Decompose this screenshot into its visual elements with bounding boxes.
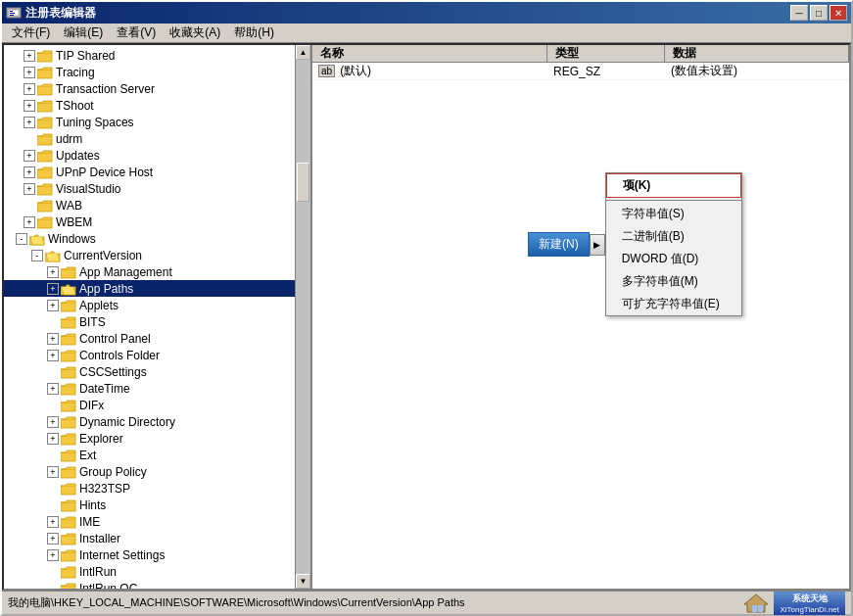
folder-icon bbox=[61, 582, 76, 590]
tree-item-difx[interactable]: DIFx bbox=[4, 397, 310, 413]
tree-item-applets[interactable]: + Applets bbox=[4, 297, 310, 313]
submenu-item-dword[interactable]: DWORD 值(D) bbox=[606, 248, 741, 270]
tree-item-currentversion[interactable]: - CurrentVersion bbox=[4, 247, 310, 263]
svg-rect-7 bbox=[37, 86, 52, 95]
title-bar-buttons: ─ □ ✕ bbox=[790, 5, 847, 21]
scroll-thumb[interactable] bbox=[297, 163, 309, 202]
tree-item-tip-shared[interactable]: + TIP Shared bbox=[4, 47, 310, 64]
expand-icon: + bbox=[24, 166, 35, 178]
expand-icon: + bbox=[47, 466, 59, 478]
svg-rect-15 bbox=[37, 219, 52, 228]
tree-item-label: Group Policy bbox=[79, 465, 147, 479]
tree-item-visualstudio[interactable]: + VisualStudio bbox=[4, 180, 310, 197]
tree-item-label: Tuning Spaces bbox=[56, 116, 134, 129]
maximize-button[interactable]: □ bbox=[810, 5, 828, 21]
folder-icon bbox=[61, 565, 76, 579]
folder-icon bbox=[37, 182, 53, 196]
tree-item-installer[interactable]: + Installer bbox=[4, 530, 310, 546]
tree-item-control-panel[interactable]: + Control Panel bbox=[4, 330, 310, 347]
svg-rect-6 bbox=[37, 70, 52, 78]
expand-icon: + bbox=[47, 350, 59, 361]
tree-item-udrm[interactable]: udrm bbox=[4, 130, 310, 147]
tree-item-label: CSCSettings bbox=[79, 365, 147, 379]
new-button[interactable]: 新建(N) bbox=[528, 232, 590, 257]
folder-icon bbox=[61, 498, 76, 512]
svg-rect-34 bbox=[61, 536, 75, 545]
tree-item-controls-folder[interactable]: + Controls Folder bbox=[4, 347, 310, 363]
tree-item-app-paths[interactable]: + App Paths bbox=[4, 280, 310, 297]
folder-icon bbox=[61, 332, 76, 346]
status-bar: 我的电脑\HKEY_LOCAL_MACHINE\SOFTWARE\Microso… bbox=[2, 591, 851, 614]
folder-icon bbox=[37, 66, 53, 79]
tree-item-label: Control Panel bbox=[79, 332, 151, 346]
tree-item-app-management[interactable]: + App Management bbox=[4, 263, 310, 280]
folder-icon bbox=[61, 382, 76, 396]
tree-item-label: Controls Folder bbox=[79, 349, 160, 362]
svg-rect-40 bbox=[758, 605, 763, 612]
menu-favorites[interactable]: 收藏夹(A) bbox=[164, 23, 226, 43]
scroll-down-button[interactable]: ▼ bbox=[296, 574, 310, 589]
col-type-header: 类型 bbox=[547, 45, 665, 62]
scroll-up-button[interactable]: ▲ bbox=[296, 45, 310, 60]
folder-icon bbox=[37, 116, 53, 129]
tree-item-h323tsp[interactable]: H323TSP bbox=[4, 480, 310, 497]
menu-view[interactable]: 查看(V) bbox=[111, 23, 162, 43]
folder-icon bbox=[61, 349, 76, 362]
tree-item-wbem[interactable]: + WBEM bbox=[4, 213, 310, 230]
tree-item-label: CurrentVersion bbox=[64, 249, 142, 262]
minimize-button[interactable]: ─ bbox=[790, 5, 808, 21]
close-button[interactable]: ✕ bbox=[829, 5, 847, 21]
submenu-item-binary[interactable]: 二进制值(B) bbox=[606, 225, 741, 248]
tree-item-upnp[interactable]: + UPnP Device Host bbox=[4, 164, 310, 180]
tree-item-ext[interactable]: Ext bbox=[4, 447, 310, 463]
menu-file[interactable]: 文件(F) bbox=[6, 23, 56, 43]
tree-item-label: IntlRun bbox=[79, 565, 117, 579]
tree-item-intlrun[interactable]: IntlRun bbox=[4, 563, 310, 580]
tree-item-tracing[interactable]: + Tracing bbox=[4, 64, 310, 80]
logo-badge: 系统天地 XiTongTianDi.net bbox=[774, 592, 845, 615]
tree-item-label: DIFx bbox=[79, 399, 104, 412]
tree-item-windows[interactable]: - Windows bbox=[4, 230, 310, 247]
tree-item-dynamic-directory[interactable]: + Dynamic Directory bbox=[4, 413, 310, 430]
tree-item-transaction-server[interactable]: + Transaction Server bbox=[4, 80, 310, 97]
tree-item-explorer[interactable]: + Explorer bbox=[4, 430, 310, 447]
svg-rect-2 bbox=[10, 11, 13, 12]
submenu-item-multi-string[interactable]: 多字符串值(M) bbox=[606, 270, 741, 293]
new-arrow-button[interactable]: ▶ bbox=[590, 234, 605, 256]
tree-item-internet-settings[interactable]: + Internet Settings bbox=[4, 546, 310, 563]
expand-icon: + bbox=[47, 283, 59, 295]
registry-row[interactable]: ab (默认) REG_SZ (数值未设置) bbox=[312, 63, 849, 80]
tree-item-label: IntlRun.OC bbox=[79, 582, 137, 590]
tree-item-ime[interactable]: + IME bbox=[4, 513, 310, 530]
tree-content: + TIP Shared + Tracing + bbox=[4, 45, 310, 589]
expand-icon: + bbox=[47, 549, 59, 561]
svg-rect-14 bbox=[37, 203, 52, 212]
tree-item-tshoot[interactable]: + TShoot bbox=[4, 97, 310, 114]
submenu-item-xiang[interactable]: 项(K) bbox=[606, 173, 741, 198]
tree-item-bits[interactable]: BITS bbox=[4, 313, 310, 330]
svg-rect-37 bbox=[61, 586, 75, 590]
window-title: 注册表编辑器 bbox=[25, 5, 96, 22]
tree-item-wab[interactable]: WAB bbox=[4, 197, 310, 213]
menu-help[interactable]: 帮助(H) bbox=[228, 23, 280, 43]
folder-open-icon bbox=[45, 249, 61, 262]
folder-open-icon bbox=[29, 232, 45, 246]
tree-item-hints[interactable]: Hints bbox=[4, 497, 310, 513]
submenu-item-string[interactable]: 字符串值(S) bbox=[606, 203, 741, 225]
col-name-header: 名称 bbox=[312, 45, 547, 62]
tree-item-datetime[interactable]: + DateTime bbox=[4, 380, 310, 397]
folder-icon bbox=[61, 449, 76, 462]
tree-item-updates[interactable]: + Updates bbox=[4, 147, 310, 164]
expand-icon: + bbox=[24, 50, 35, 62]
tree-item-label: Windows bbox=[48, 232, 96, 246]
menu-edit[interactable]: 编辑(E) bbox=[58, 23, 109, 43]
tree-item-cscsettings[interactable]: CSCSettings bbox=[4, 363, 310, 380]
tree-item-label: Hints bbox=[79, 498, 106, 512]
tree-item-intlrun-oc[interactable]: IntlRun.OC bbox=[4, 580, 310, 589]
folder-icon bbox=[37, 149, 53, 163]
expand-icon: + bbox=[47, 516, 59, 528]
submenu-item-expand-string[interactable]: 可扩充字符串值(E) bbox=[606, 293, 741, 315]
status-right: 系统天地 XiTongTianDi.net bbox=[742, 592, 845, 615]
tree-item-group-policy[interactable]: + Group Policy bbox=[4, 463, 310, 480]
tree-item-tuning-spaces[interactable]: + Tuning Spaces bbox=[4, 114, 310, 130]
